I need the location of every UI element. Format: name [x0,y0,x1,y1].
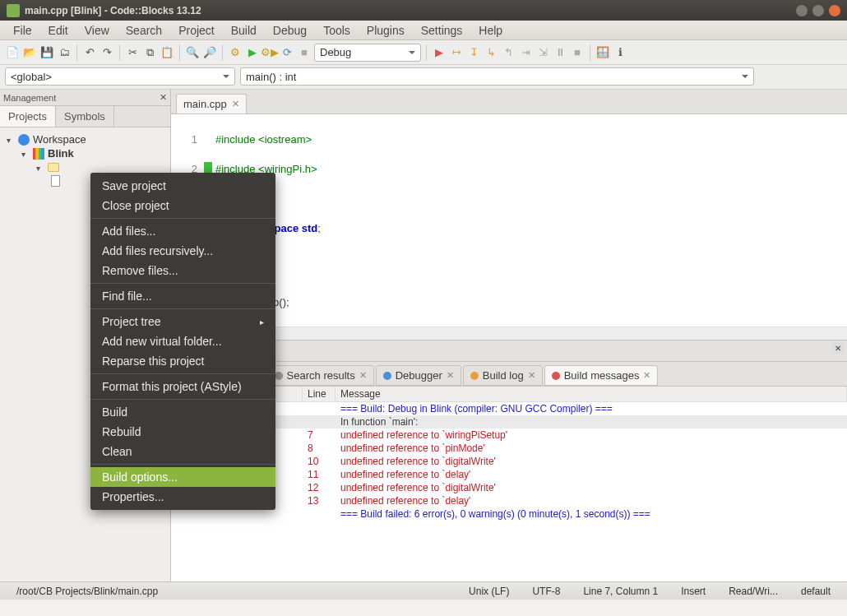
ctx-add-files[interactable]: Add files... [90,221,275,241]
window-close-button[interactable] [829,5,840,16]
project-context-menu: Save project Close project Add files... … [90,173,275,510]
paste-icon[interactable]: 📋 [160,45,174,60]
debug-start-icon[interactable]: ▶ [432,45,447,60]
window-title: main.cpp [Blink] - Code::Blocks 13.12 [25,5,201,16]
editor-tab-main[interactable]: main.cpp ✕ [176,94,247,113]
ctx-find-file[interactable]: Find file... [90,286,275,306]
new-file-icon[interactable]: 📄 [5,45,20,60]
debug-windows-icon[interactable]: 🪟 [595,45,610,60]
window-maximize-button[interactable] [812,5,824,16]
tree-workspace[interactable]: ▾ Workspace [3,132,167,146]
undo-icon[interactable]: ↶ [82,45,97,60]
ctx-format[interactable]: Format this project (AStyle) [90,377,275,396]
editor-tab-close-icon[interactable]: ✕ [232,99,239,109]
run-icon[interactable]: ▶ [245,45,260,60]
menubar: File Edit View Search Project Build Debu… [0,21,847,40]
titlebar: main.cpp [Blink] - Code::Blocks 13.12 [0,0,847,21]
ctx-build-options[interactable]: Build options... [90,467,275,487]
status-readwrite: Read/Wri... [717,586,789,597]
menu-tools[interactable]: Tools [315,22,359,39]
ctx-rebuild[interactable]: Rebuild [90,422,275,442]
rebuild-icon[interactable]: ⟳ [280,45,294,60]
menu-edit[interactable]: Edit [40,22,76,39]
ctx-save-project[interactable]: Save project [90,176,275,196]
folder-icon [48,163,59,172]
stop-debug-icon[interactable]: ■ [570,45,585,60]
tab-debugger[interactable]: Debugger✕ [376,365,461,386]
replace-icon[interactable]: 🔎 [202,45,217,60]
tab-build-messages[interactable]: Build messages✕ [544,365,659,386]
ctx-build[interactable]: Build [90,402,275,422]
run-to-cursor-icon[interactable]: ↦ [449,45,464,60]
step-instr-icon[interactable]: ⇲ [535,45,550,60]
status-position: Line 7, Column 1 [572,586,669,597]
menu-project[interactable]: Project [170,22,223,39]
copy-icon[interactable]: ⧉ [142,45,157,60]
step-into-icon[interactable]: ↳ [484,45,498,60]
menu-plugins[interactable]: Plugins [359,22,413,39]
step-out-icon[interactable]: ↰ [501,45,516,60]
ctx-reparse[interactable]: Reparse this project [90,351,275,371]
status-profile: default [789,586,842,597]
save-icon[interactable]: 💾 [39,45,54,60]
app-icon [7,4,20,17]
menu-debug[interactable]: Debug [265,22,315,39]
redo-icon[interactable]: ↷ [100,45,114,60]
ctx-clean[interactable]: Clean [90,442,275,461]
logs-close-icon[interactable]: ✕ [832,342,844,354]
ctx-project-tree[interactable]: Project tree [90,312,275,331]
toolbar-main: 📄 📂 💾 🗂 ↶ ↷ ✂ ⧉ 📋 🔍 🔎 ⚙ ▶ ⚙▶ ⟳ ■ Debug ▶… [0,40,847,65]
menu-build[interactable]: Build [223,22,265,39]
status-encoding: UTF-8 [521,586,572,597]
menu-help[interactable]: Help [470,22,511,39]
project-icon [33,148,44,160]
menu-settings[interactable]: Settings [413,22,471,39]
menu-file[interactable]: File [5,22,40,39]
cut-icon[interactable]: ✂ [125,45,140,60]
status-eol: Unix (LF) [457,586,521,597]
next-instr-icon[interactable]: ⇥ [518,45,533,60]
tab-symbols[interactable]: Symbols [56,106,114,127]
build-run-icon[interactable]: ⚙▶ [262,45,277,60]
next-line-icon[interactable]: ↧ [466,45,481,60]
ctx-remove-files[interactable]: Remove files... [90,261,275,280]
scope-row: <global> main() : int [0,65,847,90]
management-close-icon[interactable]: ✕ [160,92,167,103]
editor-tabs: main.cpp ✕ [171,90,847,114]
file-icon [51,175,60,187]
tab-projects[interactable]: Projects [0,106,56,127]
menu-view[interactable]: View [76,22,118,39]
find-icon[interactable]: 🔍 [185,45,200,60]
save-all-icon[interactable]: 🗂 [57,45,72,60]
col-line[interactable]: Line [303,387,336,401]
scope-combo-global[interactable]: <global> [5,67,235,86]
window-minimize-button[interactable] [796,5,808,16]
abort-icon[interactable]: ■ [297,45,312,60]
ctx-add-recursive[interactable]: Add files recursively... [90,241,275,261]
statusbar: /root/CB Projects/Blink/main.cpp Unix (L… [0,581,847,600]
management-title: Management [3,93,56,103]
workspace-icon [18,134,30,146]
col-message[interactable]: Message [336,387,847,401]
build-target-combo[interactable]: Debug [314,44,421,62]
scope-combo-function[interactable]: main() : int [240,67,754,86]
status-insert: Insert [669,586,717,597]
ctx-close-project[interactable]: Close project [90,196,275,215]
break-icon[interactable]: ⏸ [553,45,567,60]
ctx-properties[interactable]: Properties... [90,487,275,507]
ctx-add-virtual[interactable]: Add new virtual folder... [90,331,275,351]
build-icon[interactable]: ⚙ [228,45,243,60]
tab-search-results[interactable]: Search results✕ [267,365,374,386]
tab-build-log[interactable]: Build log✕ [463,365,543,386]
status-path: /root/CB Projects/Blink/main.cpp [5,586,169,597]
info-icon[interactable]: ℹ [613,45,627,60]
open-file-icon[interactable]: 📂 [22,45,37,60]
menu-search[interactable]: Search [118,22,170,39]
tree-project[interactable]: ▾ Blink [3,146,167,160]
